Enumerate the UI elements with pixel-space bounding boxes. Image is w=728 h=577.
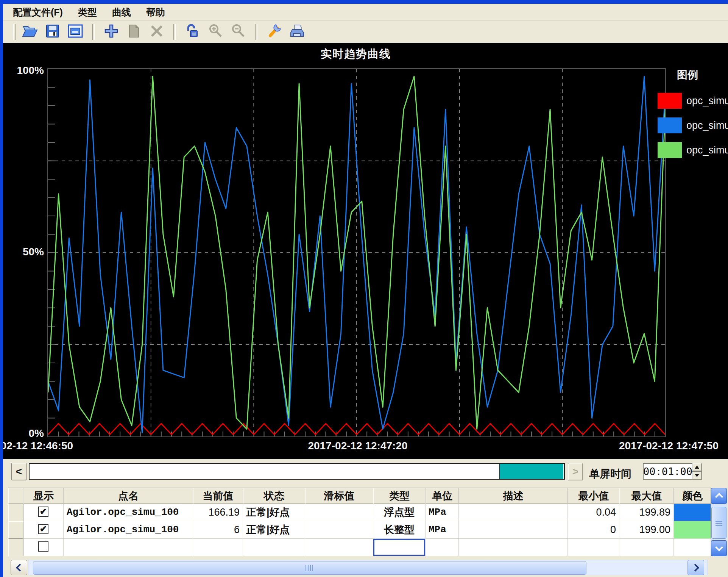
- max-cell[interactable]: 199.00: [619, 521, 674, 539]
- status-cell[interactable]: [243, 539, 305, 556]
- type-cell[interactable]: 长整型: [373, 521, 426, 539]
- legend-title: 图例: [677, 68, 698, 82]
- points-table: 显示点名当前值状态滑标值类型单位描述最小值最大值颜色 ✔Agilor.opc_s…: [8, 488, 711, 556]
- unit-cell[interactable]: [426, 539, 459, 556]
- paste-icon: [126, 23, 142, 41]
- spinner-up-button[interactable]: [692, 463, 702, 471]
- chevron-right-icon: [691, 563, 699, 571]
- description-cell[interactable]: [459, 539, 568, 556]
- scroll-up-button[interactable]: [711, 488, 727, 504]
- time-progress-track[interactable]: [29, 463, 565, 480]
- type-cell[interactable]: [373, 539, 426, 556]
- save-button[interactable]: [43, 22, 62, 41]
- save-icon: [44, 23, 61, 41]
- status-cell[interactable]: 正常|好点: [243, 504, 305, 521]
- legend-label: opc_simu: [686, 95, 728, 107]
- y-axis-label: 50%: [3, 246, 44, 258]
- status-cell[interactable]: 正常|好点: [243, 521, 305, 539]
- unit-cell[interactable]: MPa: [426, 521, 459, 539]
- toolbar-buttons: [20, 22, 307, 41]
- col-header-status: 状态: [243, 488, 305, 504]
- show-cell[interactable]: [23, 539, 64, 556]
- scroll-down-button[interactable]: [711, 540, 727, 556]
- horizontal-scrollbar: [3, 560, 728, 575]
- zoom-out-button: [228, 22, 248, 41]
- col-header-cursor_value: 滑标值: [305, 488, 373, 504]
- time-progress-fill: [499, 464, 563, 479]
- plot-area[interactable]: [47, 68, 666, 437]
- col-header-max: 最大值: [619, 488, 674, 504]
- current_value-cell[interactable]: 6: [193, 521, 243, 539]
- min-cell[interactable]: 0: [568, 521, 619, 539]
- scroll-right-arrow-button[interactable]: [687, 560, 704, 575]
- point_name-cell[interactable]: [64, 539, 193, 556]
- toolbar-gripper[interactable]: [13, 24, 16, 40]
- menu-item-profile[interactable]: 配置文件(F): [5, 6, 70, 19]
- col-header-description: 描述: [459, 488, 568, 504]
- spinner-down-button[interactable]: [692, 471, 702, 480]
- horizontal-scroll-track[interactable]: [28, 560, 708, 575]
- unit-cell[interactable]: MPa: [426, 504, 459, 521]
- description-cell[interactable]: [459, 521, 568, 539]
- scroll-right-button[interactable]: >: [568, 463, 583, 480]
- print-icon: [288, 23, 305, 41]
- show-cell[interactable]: ✔: [23, 521, 64, 539]
- up-arrow-icon: [695, 466, 699, 469]
- settings-button[interactable]: [264, 22, 284, 41]
- zoom-in-button: [206, 22, 225, 41]
- table-row: [8, 539, 711, 556]
- color-cell[interactable]: [674, 539, 711, 556]
- point_name-cell[interactable]: Agilor.opc_simu_100: [64, 504, 193, 521]
- color-cell[interactable]: [674, 521, 711, 539]
- legend-swatch: [658, 93, 682, 109]
- screen-time-value[interactable]: 00:01:00: [643, 463, 692, 480]
- table-row: ✔Agilor.opc_simu_100166.19正常|好点浮点型MPa0.0…: [8, 504, 711, 521]
- min-cell[interactable]: [568, 539, 619, 556]
- scroll-left-arrow-button[interactable]: [11, 560, 27, 575]
- add-curve-button[interactable]: [101, 22, 121, 41]
- row-selector-header: [8, 488, 23, 504]
- menu-item-curve[interactable]: 曲线: [104, 6, 139, 19]
- min-cell[interactable]: 0.04: [568, 504, 619, 521]
- legend-swatch: [658, 117, 682, 133]
- row-selector[interactable]: [8, 521, 23, 539]
- table-body: ✔Agilor.opc_simu_100166.19正常|好点浮点型MPa0.0…: [8, 504, 711, 556]
- trend-plot-svg: [48, 69, 665, 436]
- show-checkbox[interactable]: ✔: [38, 524, 48, 534]
- save-view-button[interactable]: [65, 22, 85, 41]
- unlock-button[interactable]: [183, 22, 203, 41]
- print-button[interactable]: [287, 22, 307, 41]
- cursor_value-cell[interactable]: [305, 504, 373, 521]
- unlock-icon: [184, 23, 201, 41]
- toolbar-separator: [173, 24, 176, 40]
- cursor_value-cell[interactable]: [305, 521, 373, 539]
- current_value-cell[interactable]: [193, 539, 243, 556]
- row-selector[interactable]: [8, 504, 23, 521]
- scroll-left-button[interactable]: <: [11, 463, 27, 480]
- open-folder-button[interactable]: [20, 22, 40, 41]
- row-selector[interactable]: [8, 539, 23, 556]
- col-header-show: 显示: [23, 488, 64, 504]
- table-row: ✔Agilor.opc_simu_1006正常|好点长整型MPa0199.00: [8, 521, 711, 539]
- current_value-cell[interactable]: 166.19: [193, 504, 243, 521]
- table-header-row: 显示点名当前值状态滑标值类型单位描述最小值最大值颜色: [8, 488, 711, 504]
- col-header-unit: 单位: [426, 488, 459, 504]
- type-cell[interactable]: 浮点型: [373, 504, 426, 521]
- col-header-color: 颜色: [674, 488, 711, 504]
- vertical-scroll-thumb[interactable]: [711, 507, 726, 539]
- max-cell[interactable]: [619, 539, 674, 556]
- toolbar: [3, 20, 728, 43]
- point_name-cell[interactable]: Agilor.opc_simu_100: [64, 521, 193, 539]
- color-cell[interactable]: [674, 504, 711, 521]
- legend-label: opc_simu: [686, 120, 728, 131]
- menu-item-type[interactable]: 类型: [70, 6, 104, 19]
- description-cell[interactable]: [459, 504, 568, 521]
- show-checkbox[interactable]: [38, 541, 48, 552]
- max-cell[interactable]: 199.89: [619, 504, 674, 521]
- cursor_value-cell[interactable]: [305, 539, 373, 556]
- trend-chart-area: 实时趋势曲线 100%50%0% 2017-02-12 12:46:502017…: [3, 43, 728, 459]
- show-checkbox[interactable]: ✔: [38, 507, 48, 517]
- horizontal-scroll-thumb[interactable]: [33, 561, 586, 575]
- show-cell[interactable]: ✔: [23, 504, 64, 521]
- menu-item-help[interactable]: 帮助: [139, 6, 173, 19]
